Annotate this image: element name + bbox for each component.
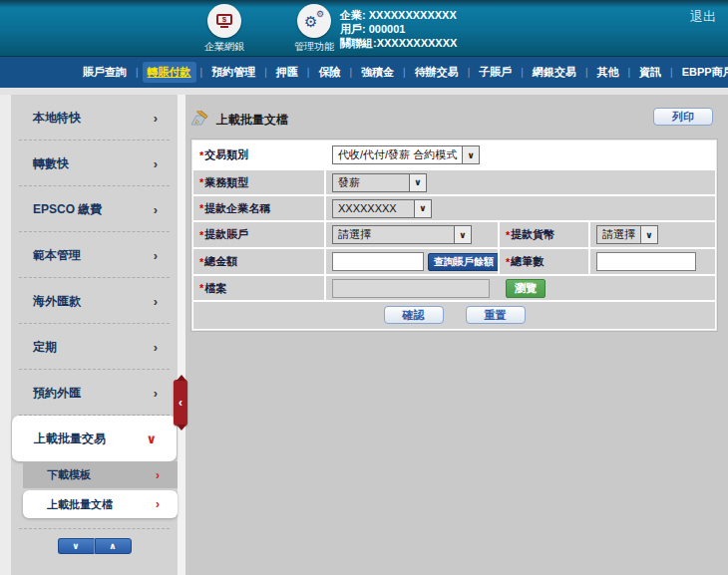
select-arrow-icon: ∨ bbox=[414, 200, 431, 217]
debit-currency-label: 提款貨幣 bbox=[511, 227, 554, 242]
nav-sub-account[interactable]: 子賬戶 bbox=[474, 62, 517, 83]
nav-trade-bills[interactable]: 押匯 bbox=[271, 62, 303, 83]
sidebar-item-fixed-deposit[interactable]: 定期 › bbox=[11, 324, 178, 370]
sidebar-item-forward-fx[interactable]: 預約外匯 › bbox=[11, 370, 178, 416]
admin-gear-icon: ⚙ ⚙ bbox=[297, 4, 331, 38]
nav-others[interactable]: 其他 bbox=[591, 62, 623, 83]
nav-separator: | bbox=[521, 67, 524, 78]
sidebar-item-epsco[interactable]: EPSCO 繳費 › bbox=[11, 186, 178, 232]
business-type-label: 業務類型 bbox=[204, 175, 248, 190]
pager-up-button[interactable]: ∧ bbox=[95, 538, 132, 554]
row-business-type: * 業務類型 發薪 ∨ bbox=[193, 168, 715, 194]
required-marker: * bbox=[199, 176, 203, 188]
select-arrow-icon: ∨ bbox=[640, 226, 657, 243]
nav-insurance[interactable]: 保險 bbox=[313, 62, 345, 83]
nav-ebpp-merchant[interactable]: EBPP商戶服務 bbox=[677, 62, 728, 83]
required-marker: * bbox=[199, 282, 203, 294]
company-name-select[interactable]: XXXXXXXX ∨ bbox=[332, 199, 432, 218]
chevron-right-icon: › bbox=[154, 111, 158, 126]
logout-link[interactable]: 退出 bbox=[690, 8, 716, 26]
content: 上載批量文檔 列印 * 交易類別 代收/代付/發薪 合約模式 ∨ bbox=[185, 95, 728, 575]
header-shortcuts: $ 企業網銀 ⚙ ⚙ 管理功能 bbox=[195, 4, 343, 54]
sidebar-subitem-upload-batch-file[interactable]: 上載批量文檔 › bbox=[23, 490, 178, 518]
reset-button[interactable]: 重置 bbox=[466, 306, 526, 324]
chevron-right-icon: › bbox=[156, 497, 160, 511]
confirm-button[interactable]: 確認 bbox=[384, 306, 444, 324]
required-marker: * bbox=[199, 229, 203, 241]
required-marker: * bbox=[199, 202, 203, 214]
total-count-label: 總筆數 bbox=[511, 254, 544, 269]
sidebar-item-fps[interactable]: 轉數快 › bbox=[11, 141, 178, 186]
sidebar-collapse-tab[interactable]: ‹ bbox=[174, 380, 187, 426]
main-nav: 賬戶查詢 | 轉賬付款 | 預約管理 | 押匯 | 保險 | 強積金 | 待辦交… bbox=[0, 57, 728, 88]
debit-account-select[interactable]: 請選擇 ∨ bbox=[332, 225, 472, 244]
chevron-up-icon: ∧ bbox=[109, 541, 116, 551]
row-transaction-type: * 交易類別 代收/代付/發薪 合約模式 ∨ bbox=[193, 142, 715, 168]
chevron-right-icon: › bbox=[154, 340, 158, 355]
sidebar-item-template-mgmt[interactable]: 範本管理 › bbox=[11, 232, 178, 278]
row-file: * 檔案 瀏覽 bbox=[193, 274, 715, 300]
nav-separator: | bbox=[468, 67, 471, 78]
row-debit-account: * 提款賬戶 請選擇 ∨ * 提款貨幣 bbox=[193, 220, 715, 247]
transaction-type-select[interactable]: 代收/代付/發薪 合約模式 ∨ bbox=[332, 145, 480, 164]
chevron-right-icon: › bbox=[154, 156, 158, 171]
nav-separator: | bbox=[670, 67, 673, 78]
sidebar-pager: ∨ ∧ bbox=[19, 528, 170, 554]
print-button[interactable]: 列印 bbox=[653, 108, 713, 126]
nav-schedule-mgmt[interactable]: 預約管理 bbox=[206, 62, 260, 83]
chevron-right-icon: › bbox=[154, 294, 158, 309]
nav-separator: | bbox=[627, 67, 630, 78]
company-name-label: 提款企業名稱 bbox=[204, 201, 270, 216]
required-marker: * bbox=[506, 229, 510, 241]
admin-shortcut[interactable]: ⚙ ⚙ 管理功能 bbox=[285, 4, 343, 54]
chevron-down-icon: ∨ bbox=[146, 431, 157, 446]
upload-form: * 交易類別 代收/代付/發薪 合約模式 ∨ * 業務類型 bbox=[190, 139, 718, 332]
row-total-amount: * 總金額 查詢賬戶餘額 * 總筆數 bbox=[193, 247, 715, 274]
nav-info[interactable]: 資訊 bbox=[634, 62, 666, 83]
admin-label: 管理功能 bbox=[294, 40, 334, 54]
total-amount-label: 總金額 bbox=[204, 254, 237, 269]
chevron-right-icon: › bbox=[154, 248, 158, 263]
ebank-label: 企業網銀 bbox=[204, 40, 244, 54]
chevron-right-icon: › bbox=[154, 386, 158, 401]
nav-pending-txn[interactable]: 待辦交易 bbox=[410, 62, 464, 83]
dollar-monitor-glyph: $ bbox=[216, 14, 232, 25]
total-amount-input[interactable] bbox=[332, 252, 424, 271]
sidebar: 本地特快 › 轉數快 › EPSCO 繳費 › 範本管理 › 海外匯款 › 定期… bbox=[11, 95, 178, 575]
chevron-right-icon: › bbox=[156, 468, 160, 482]
business-type-select[interactable]: 發薪 ∨ bbox=[332, 173, 427, 192]
title-row: 上載批量文檔 列印 bbox=[190, 108, 719, 132]
select-arrow-icon: ∨ bbox=[409, 174, 426, 191]
nav-ebanking-txn[interactable]: 網銀交易 bbox=[528, 62, 581, 83]
pager-down-button[interactable]: ∨ bbox=[58, 538, 95, 554]
nav-separator: | bbox=[136, 67, 139, 78]
nav-separator: | bbox=[200, 67, 203, 78]
total-count-input[interactable] bbox=[596, 252, 696, 271]
transaction-type-label: 交易類別 bbox=[204, 147, 248, 162]
page-title: 上載批量文檔 bbox=[216, 112, 288, 129]
page: $ 企業網銀 ⚙ ⚙ 管理功能 企業: XXXXXXXXXXXX 用戶: 000… bbox=[0, 0, 728, 575]
chevron-down-icon: ∨ bbox=[72, 541, 79, 551]
debit-currency-select[interactable]: 請選擇 ∨ bbox=[596, 225, 658, 244]
select-arrow-icon: ∨ bbox=[462, 146, 479, 163]
nav-separator: | bbox=[403, 67, 406, 78]
sidebar-item-overseas-remit[interactable]: 海外匯款 › bbox=[11, 278, 178, 324]
nav-account-inquiry[interactable]: 賬戶查詢 bbox=[78, 62, 132, 83]
edit-pencil-icon bbox=[190, 111, 210, 129]
ebank-shortcut[interactable]: $ 企業網銀 bbox=[195, 4, 253, 54]
browse-button[interactable]: 瀏覽 bbox=[506, 279, 546, 298]
required-marker: * bbox=[506, 256, 510, 268]
file-path-input bbox=[332, 279, 490, 298]
required-marker: * bbox=[199, 149, 203, 161]
sidebar-item-local-express[interactable]: 本地特快 › bbox=[11, 95, 178, 141]
sidebar-subitem-download-template[interactable]: 下載模板 › bbox=[23, 461, 178, 488]
user-line: 用戶: 000001 bbox=[340, 22, 457, 36]
body: 本地特快 › 轉數快 › EPSCO 繳費 › 範本管理 › 海外匯款 › 定期… bbox=[0, 88, 728, 575]
query-balance-button[interactable]: 查詢賬戶餘額 bbox=[428, 253, 500, 271]
nav-transfer-payment[interactable]: 轉賬付款 bbox=[143, 62, 196, 83]
row-company-name: * 提款企業名稱 XXXXXXXX ∨ bbox=[193, 194, 715, 220]
content-gap bbox=[178, 95, 185, 575]
sidebar-item-upload-batch-txn[interactable]: 上載批量交易 ∨ bbox=[12, 416, 177, 461]
select-arrow-icon: ∨ bbox=[454, 226, 471, 243]
nav-mpf[interactable]: 強積金 bbox=[356, 62, 399, 83]
